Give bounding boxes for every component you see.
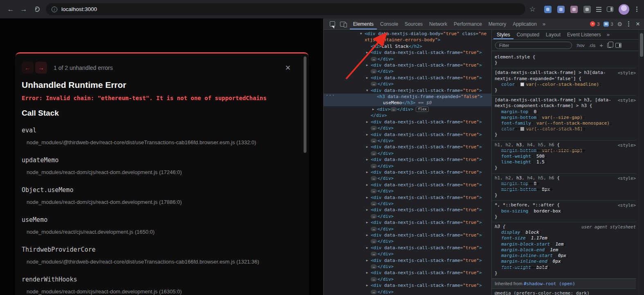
- dom-tree-line[interactable]: ▸<div data-nextjs-call-stack-frame="true…: [324, 62, 491, 68]
- dt-tab-console[interactable]: Console: [377, 18, 401, 29]
- reading-list-icon[interactable]: [596, 7, 601, 8]
- css-property[interactable]: font-weight: 500;: [495, 154, 636, 159]
- dom-tree-line[interactable]: ▸<div data-nextjs-call-stack-frame="true…: [324, 194, 491, 201]
- more-tabs-icon[interactable]: »: [540, 18, 548, 29]
- dom-tree-line[interactable]: ▸<div data-nextjs-call-stack-frame="true…: [324, 270, 491, 276]
- stylesheet-origin-label[interactable]: <style>: [618, 175, 636, 181]
- dom-tree-line[interactable]: ▸<div>…</div>flex: [324, 106, 491, 112]
- reload-icon[interactable]: [30, 3, 43, 16]
- element-classes-button[interactable]: .cls: [589, 43, 596, 48]
- css-property[interactable]: font-size: 1.17em;: [495, 235, 636, 241]
- issues-badge[interactable]: 3: [603, 22, 613, 27]
- dom-tree-line[interactable]: …</div>: [324, 81, 491, 87]
- dom-tree-line[interactable]: </div>: [324, 112, 491, 118]
- inline-expand-button[interactable]: …: [371, 82, 377, 86]
- dom-tree-line[interactable]: ▸<div data-nextjs-call-stack-frame="true…: [324, 232, 491, 238]
- sb-tab-event-listeners[interactable]: Event Listeners: [564, 30, 604, 39]
- dom-tree-line[interactable]: ▸<div data-nextjs-call-stack-frame="true…: [324, 182, 491, 188]
- copy-styles-icon[interactable]: [607, 43, 611, 48]
- dom-tree-line[interactable]: …</div>: [324, 264, 491, 270]
- dom-tree-line[interactable]: …</div>: [324, 201, 491, 207]
- css-property[interactable]: margin-top: 0;: [495, 109, 636, 115]
- expand-arrow-icon[interactable]: ▸: [366, 207, 368, 213]
- toggle-element-state-button[interactable]: :hov: [576, 43, 585, 48]
- dom-tree-line[interactable]: ▸<div data-nextjs-call-stack-frame="true…: [324, 169, 491, 175]
- dom-tree-line[interactable]: …</div>: [324, 289, 491, 295]
- dom-tree-line[interactable]: …</div>: [324, 226, 491, 232]
- dom-tree-line[interactable]: ▸<div data-nextjs-call-stack-frame="true…: [324, 75, 491, 81]
- css-property[interactable]: display: block;: [495, 230, 636, 235]
- dt-tab-sources[interactable]: Sources: [401, 18, 426, 29]
- expand-arrow-icon[interactable]: ▸: [366, 169, 368, 175]
- back-icon[interactable]: ←: [4, 3, 17, 16]
- dom-tree-line[interactable]: <h2>Call Stack</h2>: [324, 43, 491, 49]
- expand-arrow-icon[interactable]: ▸: [366, 282, 368, 288]
- expand-arrow-icon[interactable]: ▸: [366, 62, 368, 68]
- dom-tree-line[interactable]: …</div>: [324, 138, 491, 144]
- expand-arrow-icon[interactable]: ▸: [366, 219, 368, 226]
- dom-tree-line[interactable]: useMemo</h3> == $0: [324, 100, 491, 106]
- error-badge[interactable]: ×3: [590, 21, 599, 27]
- expand-arrow-icon[interactable]: ▸: [366, 156, 368, 163]
- expand-arrow-icon[interactable]: ▸: [366, 270, 368, 276]
- dom-tree-line[interactable]: …</div>: [324, 68, 491, 74]
- dom-tree-line[interactable]: …</div>: [324, 125, 491, 131]
- devtools-close-icon[interactable]: ×: [635, 20, 641, 27]
- css-selector[interactable]: h3 {user agent stylesheet: [495, 224, 636, 230]
- css-property[interactable]: color: var(--color-stack-h6);: [495, 126, 636, 132]
- shadow-root-link[interactable]: #shadow-root (open): [524, 281, 575, 286]
- dom-tree-line[interactable]: <h3 data-nextjs-frame-expanded="false">: [324, 94, 491, 100]
- inline-expand-button[interactable]: …: [371, 69, 377, 74]
- expand-arrow-icon[interactable]: ▸: [366, 49, 368, 56]
- dom-tree-line[interactable]: ▸<div data-nextjs-call-stack-frame="true…: [324, 132, 491, 138]
- device-toolbar-icon[interactable]: [338, 18, 348, 29]
- css-property[interactable]: line-height: 1.5;: [495, 159, 636, 165]
- collapse-arrow-icon[interactable]: ▾: [366, 87, 368, 94]
- url-bar[interactable]: i localhost:3000: [46, 3, 525, 15]
- inline-expand-button[interactable]: …: [371, 151, 377, 156]
- dom-tree-line[interactable]: …</div>: [324, 188, 491, 194]
- dom-tree-line[interactable]: ▸<div data-nextjs-call-stack-frame="true…: [324, 207, 491, 213]
- css-property[interactable]: font-family: var(--font-stack-monospace)…: [495, 121, 636, 126]
- dom-tree-line[interactable]: …</div>: [324, 251, 491, 257]
- expand-arrow-icon[interactable]: ▸: [366, 132, 368, 138]
- css-property[interactable]: margin-bottom: var(--size-gap);: [495, 148, 636, 154]
- inline-expand-button[interactable]: …: [371, 201, 377, 206]
- inline-expand-button[interactable]: …: [390, 107, 396, 112]
- dt-tab-performance[interactable]: Performance: [450, 18, 485, 29]
- dom-tree-line[interactable]: ▸<div data-nextjs-call-stack-frame="true…: [324, 49, 491, 56]
- inline-expand-button[interactable]: …: [371, 227, 377, 231]
- dom-tree-line[interactable]: ▸<div data-nextjs-call-stack-frame="true…: [324, 219, 491, 226]
- inline-expand-button[interactable]: …: [371, 164, 377, 168]
- css-selector[interactable]: *, *::before, *::after {<style>: [495, 202, 636, 208]
- css-property[interactable]: font-weight: bold;: [495, 265, 636, 270]
- sb-tab-styles[interactable]: Styles: [493, 30, 513, 39]
- css-selector[interactable]: [data-nextjs-call-stack-frame] > h3, [da…: [495, 97, 636, 103]
- dt-tab-memory[interactable]: Memory: [485, 18, 509, 29]
- inline-expand-button[interactable]: …: [371, 252, 377, 256]
- url-text[interactable]: localhost:3000: [61, 6, 97, 12]
- dom-tree-line[interactable]: …</div>: [324, 238, 491, 244]
- inline-expand-button[interactable]: …: [371, 139, 377, 143]
- extension-icon-2[interactable]: [557, 6, 565, 13]
- dom-tree-line[interactable]: …</div>: [324, 276, 491, 282]
- styles-filter-input[interactable]: [495, 42, 572, 49]
- devtools-scrollbar-thumb[interactable]: [640, 33, 643, 57]
- dt-tab-application[interactable]: Application: [509, 18, 540, 29]
- stylesheet-origin-label[interactable]: <style>: [618, 142, 636, 148]
- dialog-scrollbar-thumb[interactable]: [304, 56, 306, 153]
- new-style-rule-button[interactable]: +: [599, 42, 603, 48]
- inline-expand-button[interactable]: …: [371, 189, 377, 193]
- extension-icon-1[interactable]: [544, 6, 552, 13]
- dt-tab-network[interactable]: Network: [426, 18, 450, 29]
- dom-tree-line[interactable]: ▸<div data-nextjs-call-stack-frame="true…: [324, 282, 491, 288]
- inline-expand-button[interactable]: …: [371, 126, 377, 130]
- expand-arrow-icon[interactable]: ▸: [366, 245, 368, 251]
- dom-tree-line[interactable]: …</div>: [324, 163, 491, 169]
- next-error-button[interactable]: →: [35, 62, 47, 74]
- browser-menu-icon[interactable]: [636, 9, 637, 10]
- stylesheet-origin-label[interactable]: <style>: [618, 70, 636, 76]
- css-selector[interactable]: [data-nextjs-call-stack-frame] > h3[data…: [495, 70, 636, 76]
- stylesheet-origin-label[interactable]: <style>: [618, 97, 636, 103]
- devtools-menu-icon[interactable]: [628, 23, 629, 25]
